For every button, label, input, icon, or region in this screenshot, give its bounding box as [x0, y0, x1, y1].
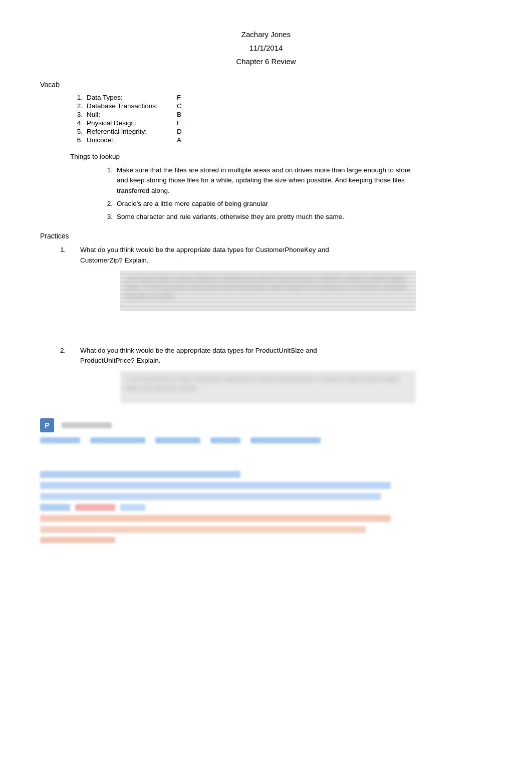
vocab-answer-5: D [177, 128, 182, 135]
vocab-item-1: 1. Data Types: F [70, 94, 492, 101]
big-blur-container-1 [40, 471, 492, 543]
vocab-answer-4: E [177, 119, 181, 127]
lookup-list: 1. Make sure that the files are stored i… [100, 165, 492, 222]
big-blur-sub-2 [75, 504, 115, 511]
things-lookup-section: Things to lookup 1. Make sure that the f… [40, 153, 492, 222]
lookup-item-3: 3. Some character and rule variants, oth… [100, 212, 492, 222]
big-blur-row-1 [40, 471, 240, 478]
lookup-text-2: Oracle's are a little more capable of be… [117, 199, 268, 209]
blurred-text-2: Lorem ipsum dolor sit amet consectetur a… [120, 371, 416, 396]
practice-item-2: 2. What do you think would be the approp… [60, 346, 492, 366]
blurred-answer-2: Lorem ipsum dolor sit amet consectetur a… [120, 371, 416, 403]
vocab-num-3: 3. [70, 111, 83, 118]
vocab-item-6: 6. Unicode: A [70, 136, 492, 144]
bottom-icon-row: P [40, 418, 492, 432]
big-blur-sub-3 [120, 504, 145, 511]
practice-item-1: 1. What do you think would be the approp… [60, 245, 492, 266]
vocab-item-4: 4. Physical Design: E [70, 119, 492, 127]
lookup-text-1: Make sure that the files are stored in m… [117, 165, 417, 196]
blurred-answer-1: Lorem ipsum dolor sit amet consectetur a… [120, 271, 416, 311]
big-blurred-section [40, 463, 492, 561]
vocab-num-6: 6. [70, 136, 83, 144]
big-blur-row-5 [40, 526, 366, 533]
date: 11/1/2014 [40, 44, 492, 52]
practices-section: Practices 1. What do you think would be … [40, 232, 492, 403]
vocab-term-2: Database Transactions: [87, 102, 177, 110]
practice-question-1: What do you think would be the appropria… [80, 245, 371, 266]
practice-question-2: What do you think would be the appropria… [80, 346, 371, 366]
big-blur-row-4 [40, 515, 391, 522]
things-lookup-heading: Things to lookup [70, 153, 492, 160]
lookup-text-3: Some character and rule variants, otherw… [117, 212, 344, 222]
blurred-text-1: Lorem ipsum dolor sit amet consectetur a… [120, 271, 416, 305]
lookup-item-1: 1. Make sure that the files are stored i… [100, 165, 492, 196]
vocab-num-5: 5. [70, 128, 83, 135]
vocab-heading: Vocab [40, 81, 492, 89]
bottom-text-blur [62, 422, 112, 428]
vocab-term-1: Data Types: [87, 94, 177, 101]
bottom-link-5 [250, 437, 321, 443]
big-blur-row-6 [40, 537, 115, 543]
lookup-item-2: 2. Oracle's are a little more capable of… [100, 199, 492, 209]
vocab-answer-3: B [177, 111, 181, 118]
vocab-list: 1. Data Types: F 2. Database Transaction… [70, 94, 492, 144]
big-blur-row-2 [40, 482, 391, 489]
vocab-answer-6: A [177, 136, 181, 144]
vocab-term-4: Physical Design: [87, 119, 177, 127]
header-section: Zachary Jones 11/1/2014 Chapter 6 Review [40, 30, 492, 66]
vocab-term-3: Null: [87, 111, 177, 118]
page-container: Zachary Jones 11/1/2014 Chapter 6 Review… [0, 0, 532, 581]
practice-num-2: 2. [60, 346, 80, 356]
bottom-blurred-area: P [40, 418, 492, 443]
lookup-num-3: 3. [100, 212, 113, 222]
vocab-item-2: 2. Database Transactions: C [70, 102, 492, 110]
practice-num-1: 1. [60, 245, 80, 255]
big-blur-row-3 [40, 493, 381, 500]
vocab-item-5: 5. Referential integrity: D [70, 128, 492, 135]
practices-heading: Practices [40, 232, 492, 240]
big-blur-sub-1 [40, 504, 70, 511]
bottom-sidebar-icon: P [40, 418, 54, 432]
author-name: Zachary Jones [40, 30, 492, 39]
vocab-answer-1: F [177, 94, 181, 101]
spacer-1 [40, 316, 492, 346]
page-title: Chapter 6 Review [40, 57, 492, 66]
bottom-link-2 [90, 437, 145, 443]
vocab-num-1: 1. [70, 94, 83, 101]
vocab-term-5: Referential integrity: [87, 128, 177, 135]
vocab-item-3: 3. Null: B [70, 111, 492, 118]
lookup-num-2: 2. [100, 199, 113, 209]
vocab-num-2: 2. [70, 102, 83, 110]
vocab-answer-2: C [177, 102, 182, 110]
bottom-link-4 [210, 437, 240, 443]
big-blur-sub-row [40, 504, 492, 511]
vocab-num-4: 4. [70, 119, 83, 127]
lookup-num-1: 1. [100, 165, 113, 196]
bottom-link-1 [40, 437, 80, 443]
bottom-link-row [40, 437, 492, 443]
vocab-term-6: Unicode: [87, 136, 177, 144]
bottom-link-3 [155, 437, 200, 443]
